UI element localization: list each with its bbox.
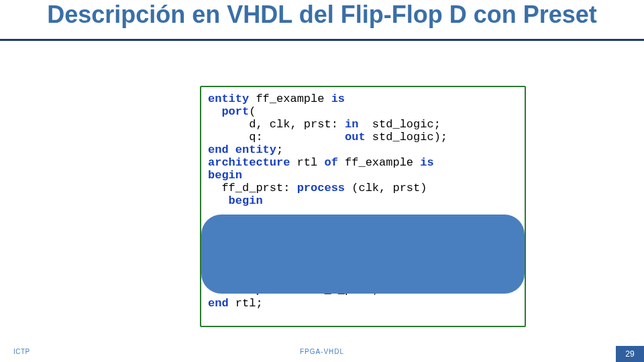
page-number: 29: [616, 346, 644, 362]
footer-center: FPGA-VHDL: [0, 348, 644, 355]
title-rule: [0, 39, 644, 41]
answer-overlay: [201, 215, 525, 294]
slide-title: Descripción en VHDL del Flip-Flop D con …: [0, 0, 644, 36]
